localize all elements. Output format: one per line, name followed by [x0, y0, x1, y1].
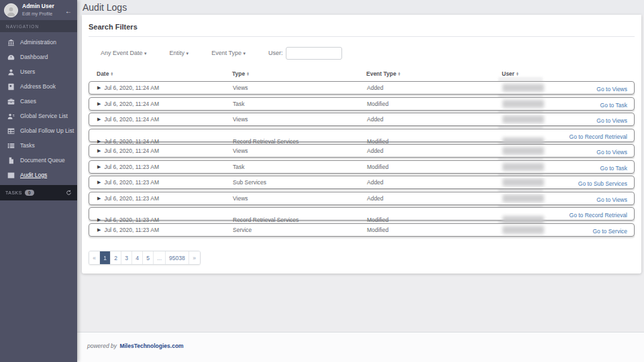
sidebar-item-global-follow-up-list[interactable]: Global Follow Up List — [0, 123, 77, 138]
event-type-dropdown[interactable]: Event Type ▾ — [211, 50, 246, 56]
table-row[interactable]: ▶Jul 6, 2020, 11:24 AM Views Added Go to… — [89, 113, 635, 126]
cell-event-type: Modified — [367, 138, 502, 145]
table-icon — [7, 171, 15, 179]
cell-date: Jul 6, 2020, 11:24 AM — [104, 101, 159, 107]
page-header: Audit Logs — [77, 0, 644, 15]
refresh-icon[interactable] — [66, 190, 72, 196]
pagination-last-page[interactable]: 95038 — [166, 251, 189, 264]
sidebar-item-label: Document Queue — [20, 157, 65, 164]
address-book-icon — [7, 82, 15, 90]
collapse-sidebar-icon[interactable]: ← — [65, 7, 72, 15]
cell-event-type: Modified — [367, 164, 502, 170]
expand-caret-icon[interactable]: ▶ — [97, 117, 101, 122]
cell-type: Record Retrieval Services — [233, 217, 367, 223]
sidebar-item-tasks[interactable]: Tasks — [0, 138, 77, 153]
pagination-prev[interactable]: « — [89, 251, 100, 264]
go-to-link[interactable]: Go to Views — [596, 196, 627, 203]
gauge-icon — [7, 53, 15, 61]
sidebar-item-dashboard[interactable]: Dashboard — [0, 50, 77, 64]
sidebar-item-label: Address Book — [20, 83, 56, 90]
go-to-link[interactable]: Go to Views — [596, 86, 627, 93]
expand-caret-icon[interactable]: ▶ — [97, 164, 101, 170]
sidebar-item-administration[interactable]: Administration — [0, 35, 77, 50]
sort-icon: ▴▾ — [111, 72, 113, 76]
column-header-event-type[interactable]: Event Type▴▾ — [366, 70, 502, 77]
go-to-link[interactable]: Go to Task — [600, 102, 627, 109]
pagination: « 1 2 3 4 5 ... 95038 » — [89, 251, 201, 265]
cell-date: Jul 6, 2020, 11:23 AM — [104, 164, 159, 170]
go-to-link[interactable]: Go to Task — [600, 165, 627, 172]
go-to-link[interactable]: Go to Views — [596, 149, 627, 156]
table-row[interactable]: ▶Jul 6, 2020, 11:24 AM Task Modified Go … — [89, 97, 635, 111]
expand-caret-icon[interactable]: ▶ — [97, 217, 101, 223]
table-row[interactable]: ▶Jul 6, 2020, 11:24 AM Views Added Go to… — [89, 81, 635, 95]
table-row[interactable]: ▶Jul 6, 2020, 11:23 AM Task Modified Go … — [89, 160, 635, 174]
go-to-link[interactable]: Go to Service — [593, 228, 628, 235]
column-header-date[interactable]: Date▴▾ — [89, 70, 232, 77]
page-title: Audit Logs — [83, 2, 127, 13]
user-list-icon — [7, 112, 15, 120]
cell-date: Jul 6, 2020, 11:24 AM — [104, 84, 159, 91]
cell-date: Jul 6, 2020, 11:23 AM — [104, 179, 159, 186]
table-icon — [7, 127, 15, 135]
sidebar-item-users[interactable]: Users — [0, 64, 77, 79]
user-filter-input[interactable] — [286, 47, 342, 60]
expand-caret-icon[interactable]: ▶ — [97, 180, 101, 185]
nav-section-label: NAVIGATION — [6, 24, 39, 29]
go-to-link[interactable]: Go to Sub Services — [578, 180, 627, 187]
event-date-dropdown[interactable]: Any Event Date ▾ — [101, 50, 147, 56]
cell-user-redacted — [502, 178, 556, 186]
expand-caret-icon[interactable]: ▶ — [97, 101, 101, 107]
sidebar-item-address-book[interactable]: Address Book — [0, 79, 77, 94]
cell-type: Views — [233, 147, 367, 154]
sidebar-item-label: Administration — [20, 39, 56, 46]
cell-type: Record Retrieval Services — [233, 138, 367, 145]
expand-caret-icon[interactable]: ▶ — [97, 139, 101, 144]
pagination-page-4[interactable]: 4 — [132, 251, 143, 264]
expand-caret-icon[interactable]: ▶ — [97, 85, 101, 90]
column-header-user[interactable]: User▴▾ — [502, 70, 555, 77]
cell-date: Jul 6, 2020, 11:23 AM — [104, 195, 159, 202]
tasks-bar: TASKS 0 — [0, 185, 77, 200]
cell-type: Views — [233, 84, 367, 91]
entity-dropdown[interactable]: Entity ▾ — [170, 50, 189, 56]
sidebar-item-cases[interactable]: Cases — [0, 94, 77, 109]
table-row[interactable]: ▶Jul 6, 2020, 11:23 AM Sub Services Adde… — [89, 176, 635, 189]
chevron-down-icon: ▾ — [186, 51, 189, 56]
table-row[interactable]: ▶Jul 6, 2020, 11:23 AM Views Added Go to… — [89, 192, 635, 205]
miles-technologies-link[interactable]: MilesTechnologies.com — [119, 343, 183, 349]
pagination-page-3[interactable]: 3 — [121, 251, 132, 264]
sort-icon: ▴▾ — [247, 72, 249, 76]
edit-profile-link[interactable]: Edit my Profile — [22, 11, 54, 17]
cell-event-type: Modified — [367, 227, 502, 233]
table-row[interactable]: ▶Jul 6, 2020, 11:23 AM Service Modified … — [89, 223, 635, 237]
table-row[interactable]: ▶Jul 6, 2020, 11:24 AM Views Added Go to… — [89, 144, 635, 158]
cell-user-redacted — [502, 194, 556, 202]
pagination-page-2[interactable]: 2 — [111, 251, 121, 264]
cell-event-type: Added — [367, 195, 502, 202]
sidebar-item-document-queue[interactable]: Document Queue — [0, 153, 77, 168]
table-row[interactable]: ▶Jul 6, 2020, 11:24 AM Record Retrieval … — [89, 129, 635, 142]
expand-caret-icon[interactable]: ▶ — [97, 227, 101, 233]
sidebar-item-label: Tasks — [20, 142, 35, 149]
expand-caret-icon[interactable]: ▶ — [97, 148, 101, 154]
profile-area: Admin User Edit my Profile ← — [0, 0, 77, 20]
cell-event-type: Added — [367, 84, 502, 91]
cell-type: Views — [233, 116, 367, 123]
sidebar-item-audit-logs[interactable]: Audit Logs — [0, 168, 77, 182]
go-to-link[interactable]: Go to Views — [596, 117, 627, 124]
table-row[interactable]: ▶Jul 6, 2020, 11:23 AM Record Retrieval … — [89, 207, 635, 221]
pagination-page-1[interactable]: 1 — [100, 251, 111, 264]
cell-event-type: Modified — [367, 217, 502, 223]
sidebar-item-global-service-list[interactable]: Global Service List — [0, 109, 77, 123]
pagination-next[interactable]: » — [189, 251, 200, 264]
expand-caret-icon[interactable]: ▶ — [97, 196, 101, 201]
column-header-type[interactable]: Type▴▾ — [232, 70, 366, 77]
cell-date: Jul 6, 2020, 11:24 AM — [104, 138, 159, 145]
sidebar-item-label: Global Service List — [20, 113, 68, 119]
powered-by-text: powered by — [87, 343, 117, 349]
avatar[interactable] — [4, 3, 18, 17]
user-filter-label: User: — [268, 50, 283, 56]
pagination-page-5[interactable]: 5 — [143, 251, 154, 264]
cell-user-redacted — [502, 84, 556, 92]
